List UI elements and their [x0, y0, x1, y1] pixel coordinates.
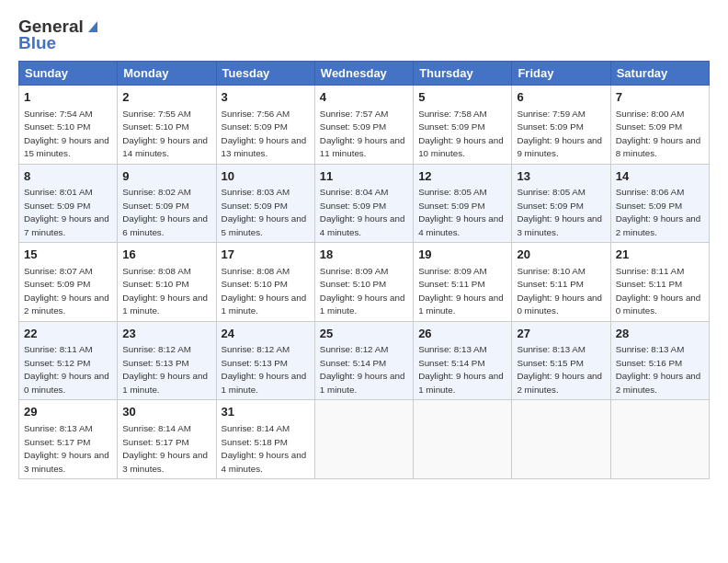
day-detail: Sunrise: 8:13 AMSunset: 5:14 PMDaylight:…: [418, 344, 504, 395]
day-detail: Sunrise: 8:11 AMSunset: 5:12 PMDaylight:…: [24, 344, 109, 395]
day-detail: Sunrise: 8:12 AMSunset: 5:14 PMDaylight:…: [320, 344, 405, 395]
calendar-week-4: 22Sunrise: 8:11 AMSunset: 5:12 PMDayligh…: [19, 321, 710, 400]
logo: General Blue: [18, 17, 101, 53]
col-header-friday: Friday: [512, 62, 610, 86]
day-detail: Sunrise: 8:05 AMSunset: 5:09 PMDaylight:…: [418, 187, 504, 237]
day-detail: Sunrise: 8:11 AMSunset: 5:11 PMDaylight:…: [616, 266, 701, 316]
day-number: 23: [122, 326, 210, 342]
calendar-cell: 27Sunrise: 8:13 AMSunset: 5:15 PMDayligh…: [512, 321, 610, 400]
day-detail: Sunrise: 7:59 AMSunset: 5:09 PMDaylight:…: [517, 109, 602, 159]
day-number: 14: [616, 168, 704, 185]
day-number: 12: [418, 168, 506, 185]
day-number: 1: [24, 89, 112, 106]
day-detail: Sunrise: 7:56 AMSunset: 5:09 PMDaylight:…: [222, 109, 307, 159]
col-header-thursday: Thursday: [414, 62, 512, 86]
day-detail: Sunrise: 8:13 AMSunset: 5:16 PMDaylight:…: [616, 344, 701, 395]
day-detail: Sunrise: 8:13 AMSunset: 5:15 PMDaylight:…: [517, 344, 602, 395]
logo-icon: [85, 17, 101, 34]
calendar-cell: 26Sunrise: 8:13 AMSunset: 5:14 PMDayligh…: [414, 321, 512, 400]
calendar-cell: 2Sunrise: 7:55 AMSunset: 5:10 PMDaylight…: [118, 86, 216, 165]
day-number: 20: [517, 247, 605, 263]
calendar-cell: 22Sunrise: 8:11 AMSunset: 5:12 PMDayligh…: [19, 321, 118, 400]
day-number: 6: [517, 89, 605, 106]
day-detail: Sunrise: 7:55 AMSunset: 5:10 PMDaylight:…: [122, 109, 208, 159]
col-header-monday: Monday: [118, 62, 216, 86]
page-container: General Blue SundayMondayTuesdayWednesda…: [0, 0, 728, 488]
day-number: 26: [418, 326, 506, 342]
day-detail: Sunrise: 8:02 AMSunset: 5:09 PMDaylight:…: [122, 187, 208, 237]
day-number: 25: [320, 326, 408, 342]
calendar-cell: [610, 400, 709, 479]
day-number: 10: [222, 168, 310, 185]
day-detail: Sunrise: 8:12 AMSunset: 5:13 PMDaylight:…: [222, 344, 307, 395]
calendar-cell: 24Sunrise: 8:12 AMSunset: 5:13 PMDayligh…: [216, 321, 314, 400]
day-detail: Sunrise: 8:12 AMSunset: 5:13 PMDaylight:…: [122, 344, 208, 395]
day-number: 22: [24, 326, 112, 342]
day-number: 27: [517, 326, 605, 342]
day-detail: Sunrise: 8:13 AMSunset: 5:17 PMDaylight:…: [24, 423, 109, 474]
day-number: 7: [616, 89, 704, 106]
calendar-header-row: SundayMondayTuesdayWednesdayThursdayFrid…: [19, 62, 710, 86]
svg-marker-0: [88, 21, 97, 32]
calendar-cell: 25Sunrise: 8:12 AMSunset: 5:14 PMDayligh…: [314, 321, 413, 400]
day-number: 21: [616, 247, 704, 263]
day-detail: Sunrise: 8:03 AMSunset: 5:09 PMDaylight:…: [222, 187, 307, 237]
calendar-cell: 9Sunrise: 8:02 AMSunset: 5:09 PMDaylight…: [118, 164, 216, 243]
col-header-saturday: Saturday: [610, 62, 709, 86]
day-detail: Sunrise: 8:01 AMSunset: 5:09 PMDaylight:…: [24, 187, 109, 237]
calendar-cell: 17Sunrise: 8:08 AMSunset: 5:10 PMDayligh…: [216, 243, 314, 322]
day-number: 19: [418, 247, 506, 263]
calendar-cell: [512, 400, 610, 479]
calendar-cell: 13Sunrise: 8:05 AMSunset: 5:09 PMDayligh…: [512, 164, 610, 243]
day-number: 29: [24, 404, 112, 420]
logo-blue-text: Blue: [18, 33, 56, 53]
day-number: 17: [222, 247, 310, 263]
calendar-cell: 6Sunrise: 7:59 AMSunset: 5:09 PMDaylight…: [512, 86, 610, 165]
calendar-cell: 19Sunrise: 8:09 AMSunset: 5:11 PMDayligh…: [414, 243, 512, 322]
day-detail: Sunrise: 8:09 AMSunset: 5:11 PMDaylight:…: [418, 266, 504, 316]
calendar-cell: 15Sunrise: 8:07 AMSunset: 5:09 PMDayligh…: [19, 243, 118, 322]
day-detail: Sunrise: 7:58 AMSunset: 5:09 PMDaylight:…: [418, 109, 504, 159]
day-detail: Sunrise: 8:08 AMSunset: 5:10 PMDaylight:…: [122, 266, 208, 316]
col-header-sunday: Sunday: [19, 62, 118, 86]
day-number: 15: [24, 247, 112, 263]
day-number: 8: [24, 168, 112, 185]
calendar-cell: 11Sunrise: 8:04 AMSunset: 5:09 PMDayligh…: [314, 164, 413, 243]
calendar-cell: 8Sunrise: 8:01 AMSunset: 5:09 PMDaylight…: [19, 164, 118, 243]
day-detail: Sunrise: 8:05 AMSunset: 5:09 PMDaylight:…: [517, 187, 602, 237]
day-detail: Sunrise: 8:09 AMSunset: 5:10 PMDaylight:…: [320, 266, 405, 316]
day-detail: Sunrise: 8:14 AMSunset: 5:18 PMDaylight:…: [222, 423, 307, 474]
day-detail: Sunrise: 7:57 AMSunset: 5:09 PMDaylight:…: [320, 109, 405, 159]
day-number: 5: [418, 89, 506, 106]
calendar-cell: 30Sunrise: 8:14 AMSunset: 5:17 PMDayligh…: [118, 400, 216, 479]
day-number: 28: [616, 326, 704, 342]
calendar-week-5: 29Sunrise: 8:13 AMSunset: 5:17 PMDayligh…: [19, 400, 710, 479]
calendar-cell: 21Sunrise: 8:11 AMSunset: 5:11 PMDayligh…: [610, 243, 709, 322]
calendar-cell: 4Sunrise: 7:57 AMSunset: 5:09 PMDaylight…: [314, 86, 413, 165]
page-header: General Blue: [18, 17, 710, 53]
calendar-cell: 31Sunrise: 8:14 AMSunset: 5:18 PMDayligh…: [216, 400, 314, 479]
calendar-week-2: 8Sunrise: 8:01 AMSunset: 5:09 PMDaylight…: [19, 164, 710, 243]
col-header-tuesday: Tuesday: [216, 62, 314, 86]
day-number: 11: [320, 168, 408, 185]
calendar-cell: 3Sunrise: 7:56 AMSunset: 5:09 PMDaylight…: [216, 86, 314, 165]
calendar-cell: [414, 400, 512, 479]
calendar-week-1: 1Sunrise: 7:54 AMSunset: 5:10 PMDaylight…: [19, 86, 710, 165]
calendar-cell: 10Sunrise: 8:03 AMSunset: 5:09 PMDayligh…: [216, 164, 314, 243]
day-detail: Sunrise: 8:14 AMSunset: 5:17 PMDaylight:…: [122, 423, 208, 474]
day-detail: Sunrise: 8:07 AMSunset: 5:09 PMDaylight:…: [24, 266, 109, 316]
calendar-cell: 29Sunrise: 8:13 AMSunset: 5:17 PMDayligh…: [19, 400, 118, 479]
calendar-cell: 23Sunrise: 8:12 AMSunset: 5:13 PMDayligh…: [118, 321, 216, 400]
day-number: 18: [320, 247, 408, 263]
calendar-cell: [314, 400, 413, 479]
day-number: 30: [122, 404, 210, 420]
day-detail: Sunrise: 8:06 AMSunset: 5:09 PMDaylight:…: [616, 187, 701, 237]
col-header-wednesday: Wednesday: [314, 62, 413, 86]
day-detail: Sunrise: 7:54 AMSunset: 5:10 PMDaylight:…: [24, 109, 109, 159]
calendar-cell: 12Sunrise: 8:05 AMSunset: 5:09 PMDayligh…: [414, 164, 512, 243]
day-detail: Sunrise: 8:08 AMSunset: 5:10 PMDaylight:…: [222, 266, 307, 316]
calendar-table: SundayMondayTuesdayWednesdayThursdayFrid…: [18, 61, 710, 479]
day-number: 4: [320, 89, 408, 106]
calendar-cell: 1Sunrise: 7:54 AMSunset: 5:10 PMDaylight…: [19, 86, 118, 165]
calendar-cell: 14Sunrise: 8:06 AMSunset: 5:09 PMDayligh…: [610, 164, 709, 243]
